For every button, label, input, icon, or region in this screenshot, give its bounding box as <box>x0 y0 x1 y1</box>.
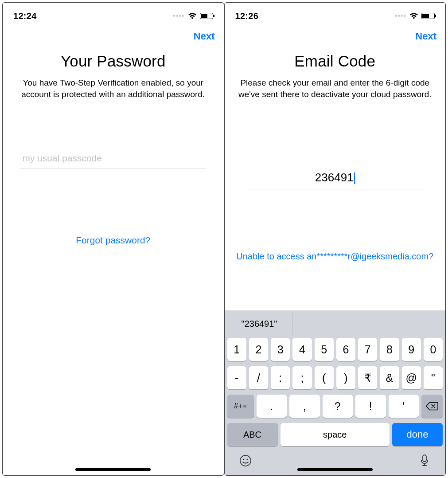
key-semicolon[interactable]: ; <box>292 366 312 389</box>
dictation-button[interactable] <box>418 454 431 467</box>
status-time: 12:24 <box>13 11 37 21</box>
key-rupee[interactable]: ₹ <box>358 366 377 389</box>
phone-email-code: 12:26 •••• Next Email Code Please check … <box>224 2 446 476</box>
wifi-icon <box>187 12 197 20</box>
cellular-dots-icon: •••• <box>173 12 184 20</box>
password-field-wrap <box>20 149 206 168</box>
content: Email Code Please check your email and e… <box>225 46 446 310</box>
key-paren-close[interactable]: ) <box>336 366 355 389</box>
key-4[interactable]: 4 <box>292 338 312 361</box>
key-row-2: - / : ; ( ) ₹ & @ " <box>226 364 444 392</box>
key-done[interactable]: done <box>392 423 443 446</box>
key-0[interactable]: 0 <box>424 338 443 361</box>
key-8[interactable]: 8 <box>380 338 399 361</box>
status-time: 12:26 <box>235 11 259 21</box>
wifi-icon <box>409 12 419 20</box>
emoji-icon <box>239 454 252 467</box>
status-icons: •••• <box>395 12 435 20</box>
key-exclaim[interactable]: ! <box>355 395 386 418</box>
suggestion-empty[interactable] <box>293 313 369 335</box>
key-slash[interactable]: / <box>249 366 268 389</box>
svg-point-1 <box>243 458 244 460</box>
status-bar: 12:26 •••• <box>225 5 446 27</box>
key-row-4: ABC space done <box>226 420 444 449</box>
battery-icon <box>200 13 213 19</box>
key-quote[interactable]: " <box>424 366 443 389</box>
key-5[interactable]: 5 <box>315 338 334 361</box>
next-button[interactable]: Next <box>415 31 436 42</box>
suggestion[interactable]: "236491" <box>226 313 293 335</box>
svg-point-0 <box>240 455 251 466</box>
keyboard-bottom <box>226 449 444 475</box>
code-value: 236491 <box>315 171 354 184</box>
key-dash[interactable]: - <box>227 366 246 389</box>
cellular-dots-icon: •••• <box>395 12 406 20</box>
key-amp[interactable]: & <box>380 366 399 389</box>
status-bar: 12:24 •••• <box>3 5 224 27</box>
key-abc[interactable]: ABC <box>227 423 278 446</box>
key-1[interactable]: 1 <box>227 338 246 361</box>
backspace-icon <box>426 402 438 411</box>
phone-password: 12:24 •••• Next Your Password You have T… <box>2 2 224 476</box>
svg-rect-3 <box>423 455 426 462</box>
key-row-3: #+= . , ? ! ' <box>226 392 444 420</box>
key-6[interactable]: 6 <box>336 338 355 361</box>
text-caret <box>354 172 355 184</box>
key-period[interactable]: . <box>257 395 287 418</box>
key-9[interactable]: 9 <box>402 338 421 361</box>
microphone-icon <box>420 454 429 467</box>
key-apostrophe[interactable]: ' <box>389 395 419 418</box>
key-comma[interactable]: , <box>289 395 320 418</box>
emoji-button[interactable] <box>239 454 252 467</box>
key-space[interactable]: space <box>280 423 390 446</box>
home-indicator[interactable] <box>75 468 151 471</box>
code-input[interactable]: 236491 <box>242 166 428 189</box>
key-backspace[interactable] <box>421 395 443 418</box>
key-3[interactable]: 3 <box>271 338 290 361</box>
svg-point-2 <box>246 458 248 460</box>
key-question[interactable]: ? <box>323 395 353 418</box>
page-title: Email Code <box>294 52 375 70</box>
password-input[interactable] <box>20 149 206 168</box>
nav-bar: Next <box>3 27 224 46</box>
page-subtitle: Please check your email and enter the 6-… <box>234 77 436 100</box>
unable-access-link[interactable]: Unable to access an*********r@igeeksmedi… <box>235 251 434 262</box>
suggestion-row: "236491" <box>226 313 444 335</box>
content: Your Password You have Two-Step Verifica… <box>3 46 224 475</box>
keyboard: "236491" 1 2 3 4 5 6 7 8 9 0 - / : ; <box>225 310 446 475</box>
key-paren-open[interactable]: ( <box>315 366 334 389</box>
page-subtitle: You have Two-Step Verification enabled, … <box>12 77 214 100</box>
next-button[interactable]: Next <box>194 31 215 42</box>
key-7[interactable]: 7 <box>358 338 377 361</box>
key-row-1: 1 2 3 4 5 6 7 8 9 0 <box>226 335 444 364</box>
home-indicator[interactable] <box>297 468 373 471</box>
page-title: Your Password <box>61 52 166 70</box>
key-symbols[interactable]: #+= <box>227 395 254 418</box>
key-at[interactable]: @ <box>402 366 421 389</box>
battery-icon <box>421 13 435 19</box>
key-2[interactable]: 2 <box>249 338 268 361</box>
forgot-password-link[interactable]: Forgot password? <box>76 235 150 246</box>
key-colon[interactable]: : <box>271 366 290 389</box>
suggestion-empty[interactable] <box>368 313 444 335</box>
nav-bar: Next <box>225 27 446 46</box>
status-icons: •••• <box>173 12 213 20</box>
